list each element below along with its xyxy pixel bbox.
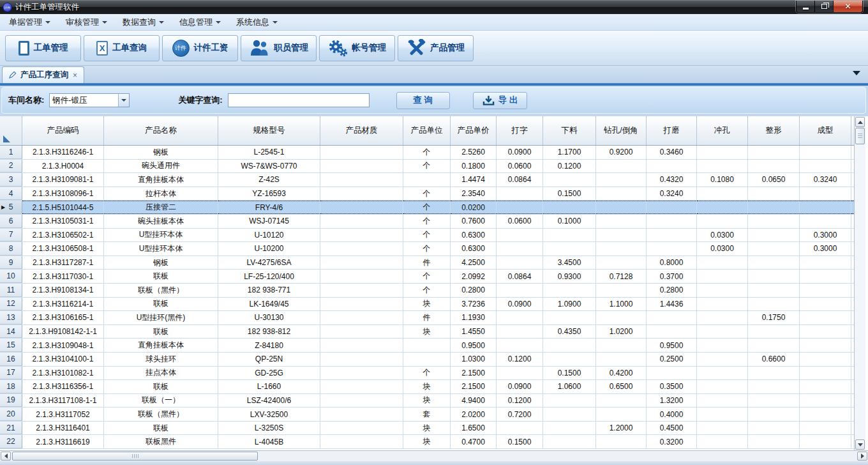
- row-number-cell[interactable]: 18: [0, 380, 22, 393]
- table-row[interactable]: 22.1.3.H0004碗头通用件WS-7&WS-0770个0.18000.06…: [0, 160, 854, 174]
- data-cell: [320, 367, 403, 380]
- restore-button[interactable]: [815, 1, 834, 12]
- column-header-4[interactable]: 产品材质: [320, 116, 403, 145]
- row-number-cell[interactable]: 22: [0, 435, 22, 448]
- row-number-cell[interactable]: 17: [0, 367, 22, 380]
- data-cell: 2.1.3.H3116246-1: [22, 146, 104, 159]
- table-row[interactable]: 82.1.3.H3106508-1U型挂环本体U-10200个0.63000.0…: [0, 242, 854, 256]
- data-cell: 0.0200: [451, 201, 497, 214]
- close-button[interactable]: ✕: [834, 1, 862, 12]
- select-all-header[interactable]: [0, 116, 22, 145]
- minimize-button[interactable]: [797, 1, 815, 12]
- table-row[interactable]: 122.1.3.H3116214-1联板LK-1649/45块3.72360.0…: [0, 298, 854, 312]
- vertical-scrollbar[interactable]: [854, 116, 865, 450]
- table-row[interactable]: 192.1.3.H3117108-1-1联板（一）LSZ-42400/6块4.9…: [0, 394, 854, 408]
- row-number-cell[interactable]: 11: [0, 284, 22, 297]
- table-row[interactable]: 102.1.3.H3117030-1联板LF-25-120/400个2.0992…: [0, 270, 854, 284]
- column-header-3[interactable]: 规格型号: [218, 116, 320, 145]
- tab-product-process-query[interactable]: 产品工序查询 ×: [2, 66, 84, 83]
- workshop-select[interactable]: 钢件-锻压: [49, 93, 130, 107]
- row-number-cell[interactable]: 8: [0, 242, 22, 255]
- toolbar-button-3[interactable]: 职员管理: [241, 35, 317, 61]
- column-header-2[interactable]: 产品名称: [104, 116, 218, 145]
- table-row[interactable]: ▶52.1.5.H5101044-5压接管二FRY-4/6个0.0200: [0, 201, 854, 215]
- keyword-input[interactable]: [228, 93, 370, 107]
- row-number-cell[interactable]: 1: [0, 146, 22, 159]
- horizontal-scrollbar[interactable]: [0, 450, 868, 461]
- menu-item-0[interactable]: 单据管理: [4, 15, 56, 30]
- row-number-cell[interactable]: 15: [0, 339, 22, 352]
- horizontal-scroll-thumb[interactable]: [12, 452, 258, 461]
- table-row[interactable]: 172.1.3.H3101082-1挂点本体GD-25G个2.15000.150…: [0, 367, 854, 381]
- table-row[interactable]: 32.1.3.H3109081-1直角挂板本体Z-42S1.44740.0864…: [0, 173, 854, 187]
- table-row[interactable]: 142.1.3.H9108142-1-1联板182 938-812块1.4550…: [0, 325, 854, 339]
- data-cell: 2.1.3.H3105031-1: [22, 215, 104, 228]
- data-cell: QP-25N: [218, 353, 320, 366]
- data-cell: 0.1200: [497, 353, 543, 366]
- vertical-scroll-thumb[interactable]: [855, 128, 865, 144]
- row-number-cell[interactable]: 13: [0, 311, 22, 324]
- row-number-cell[interactable]: 19: [0, 394, 22, 408]
- row-number-cell[interactable]: 3: [0, 173, 22, 187]
- column-header-6[interactable]: 产品单价: [451, 116, 497, 145]
- table-row[interactable]: 182.1.3.H3116356-1联板L-1660块2.15000.09001…: [0, 380, 854, 394]
- toolbar-button-4[interactable]: 帐号管理: [319, 35, 395, 61]
- scroll-left-button[interactable]: [1, 452, 11, 461]
- data-cell: [748, 187, 800, 201]
- row-number-cell[interactable]: 9: [0, 256, 22, 270]
- toolbar-button-5[interactable]: 产品管理: [398, 35, 474, 61]
- column-header-12[interactable]: 整形: [748, 116, 800, 145]
- toolbar-button-1[interactable]: X工单查询: [84, 35, 160, 61]
- tab-close-icon[interactable]: ×: [72, 71, 78, 80]
- table-row[interactable]: 202.1.3.H3117052联板（黑件）LXV-32500套2.02000.…: [0, 408, 854, 422]
- data-cell: LV-4275/6SA: [218, 256, 320, 270]
- scroll-right-button[interactable]: [857, 452, 867, 461]
- menu-item-4[interactable]: 系统信息: [231, 15, 283, 30]
- toolbar-button-2[interactable]: 计件计件工资: [162, 35, 238, 61]
- table-row[interactable]: 152.1.3.H3109048-1直角挂板本体Z-841800.95000.9…: [0, 339, 854, 353]
- row-number-cell[interactable]: 21: [0, 422, 22, 435]
- column-header-5[interactable]: 产品单位: [403, 116, 451, 145]
- search-button[interactable]: 查 询: [396, 92, 450, 109]
- table-row[interactable]: 132.1.3.H3106165-1U型挂环(黑件)U-30130件1.1930…: [0, 311, 854, 325]
- row-number-cell[interactable]: 16: [0, 353, 22, 366]
- table-row[interactable]: 222.1.3.H3116619联板黑件L-4045B块0.47000.1500…: [0, 435, 854, 449]
- table-row[interactable]: 212.1.3.H3116401联板L-3250S块1.65001.20000.…: [0, 422, 854, 436]
- table-row[interactable]: 92.1.3.H3117287-1钢板LV-4275/6SA件4.25003.4…: [0, 256, 854, 270]
- row-number-cell[interactable]: 12: [0, 298, 22, 311]
- table-row[interactable]: 42.1.3.H3108096-1拉杆本体YZ-16593个2.35400.15…: [0, 187, 854, 201]
- staff-people-icon: [249, 39, 269, 57]
- column-header-8[interactable]: 下料: [543, 116, 596, 145]
- data-cell: 块: [403, 435, 451, 448]
- data-cell: 2.3540: [451, 187, 497, 201]
- row-number-cell[interactable]: 4: [0, 187, 22, 201]
- table-row[interactable]: 72.1.3.H3106502-1U型挂环本体U-10120个0.63000.0…: [0, 229, 854, 243]
- tab-list-dropdown-icon[interactable]: [853, 71, 860, 75]
- row-number-cell[interactable]: 6: [0, 215, 22, 228]
- column-header-13[interactable]: 成型: [800, 116, 851, 145]
- row-number-cell[interactable]: 7: [0, 229, 22, 242]
- column-header-7[interactable]: 打字: [497, 116, 543, 145]
- workshop-dropdown-button[interactable]: [118, 94, 129, 107]
- row-number-cell[interactable]: 14: [0, 325, 22, 339]
- table-row[interactable]: 162.1.3.H3104100-1球头挂环QP-25N1.03000.1200…: [0, 353, 854, 367]
- column-header-1[interactable]: 产品编码: [22, 116, 104, 145]
- column-header-11[interactable]: 冲孔: [697, 116, 748, 145]
- table-row[interactable]: 112.1.3.H9108134-1联板（黑件）182 938-771个0.28…: [0, 284, 854, 298]
- scroll-up-button[interactable]: [855, 117, 865, 127]
- menu-item-1[interactable]: 审核管理: [61, 15, 112, 30]
- row-number-cell[interactable]: 10: [0, 270, 22, 283]
- table-row[interactable]: 12.1.3.H3116246-1钢板L-2545-1个2.52600.0900…: [0, 146, 854, 160]
- row-number-cell[interactable]: ▶5: [0, 201, 22, 214]
- toolbar-button-0[interactable]: 工单管理: [5, 35, 81, 61]
- table-row[interactable]: 62.1.3.H3105031-1碗头挂板本体WSJ-07145个0.76000…: [0, 215, 854, 229]
- row-number-cell[interactable]: 2: [0, 160, 22, 173]
- column-header-9[interactable]: 钻孔/倒角: [596, 116, 647, 145]
- menu-item-3[interactable]: 信息管理: [174, 15, 226, 30]
- menu-item-2[interactable]: 数据查询: [117, 15, 169, 30]
- column-header-10[interactable]: 打磨: [647, 116, 697, 145]
- export-button[interactable]: 导 出: [473, 92, 528, 109]
- scroll-down-button[interactable]: [855, 439, 865, 450]
- data-cell: 1.4550: [451, 325, 497, 339]
- row-number-cell[interactable]: 20: [0, 408, 22, 421]
